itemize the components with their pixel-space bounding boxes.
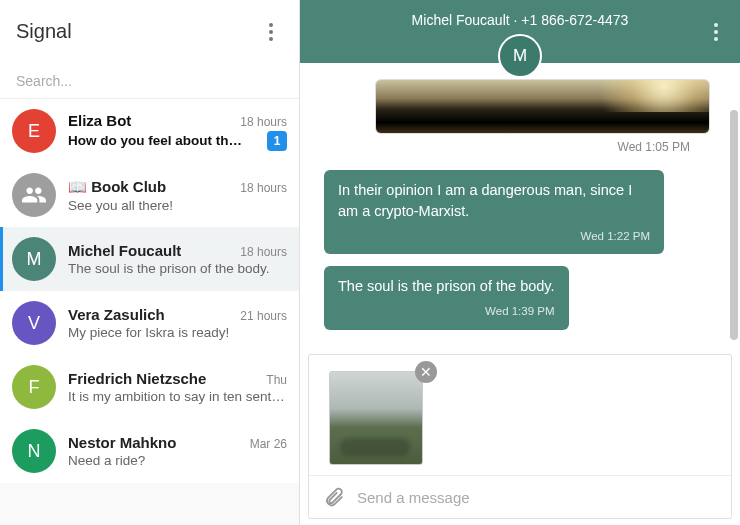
conversation-name: Friedrich Nietzsche [68, 370, 206, 387]
avatar: V [12, 301, 56, 345]
search-box[interactable] [0, 63, 299, 99]
conversation-time: 21 hours [240, 309, 287, 323]
conversation-name: Nestor Mahkno [68, 434, 176, 451]
conversation-time: 18 hours [240, 181, 287, 195]
message-text: The soul is the prison of the body. [338, 278, 555, 294]
chat-header: Michel Foucault · +1 866-672-4473 M [300, 0, 740, 63]
message-text: In their opinion I am a dangerous man, s… [338, 182, 632, 219]
more-options-icon[interactable] [259, 20, 283, 44]
conversation-item[interactable]: EEliza Bot18 hoursHow do you feel about … [0, 99, 299, 163]
conversation-time: 18 hours [240, 245, 287, 259]
outgoing-message[interactable]: In their opinion I am a dangerous man, s… [324, 170, 664, 255]
conversation-name: Eliza Bot [68, 112, 131, 129]
attachment-thumbnail[interactable] [329, 371, 423, 465]
unread-badge: 1 [267, 131, 287, 151]
conversation-item[interactable]: 📖 Book Club18 hoursSee you all there! [0, 163, 299, 227]
attachment-preview: ✕ [309, 355, 731, 475]
chat-pane: Michel Foucault · +1 866-672-4473 M Wed … [300, 0, 740, 525]
conversation-preview: Need a ride? [68, 453, 145, 468]
conversation-preview: How do you feel about th… [68, 133, 242, 148]
conversation-name: Michel Foucault [68, 242, 181, 259]
chat-more-options-icon[interactable] [704, 20, 728, 44]
message-input[interactable] [357, 489, 717, 506]
composer-input-row [309, 475, 731, 518]
scrollbar-thumb[interactable] [730, 110, 738, 340]
sidebar: Signal EEliza Bot18 hoursHow do you feel… [0, 0, 300, 525]
header-avatar[interactable]: M [498, 34, 542, 78]
remove-attachment-button[interactable]: ✕ [415, 361, 437, 383]
outgoing-message[interactable]: The soul is the prison of the body. Wed … [324, 266, 569, 330]
message-timestamp: Wed 1:39 PM [338, 303, 555, 320]
conversation-item[interactable]: VVera Zasulich21 hoursMy piece for Iskra… [0, 291, 299, 355]
avatar: M [12, 237, 56, 281]
scrollbar[interactable] [730, 110, 738, 370]
search-input[interactable] [16, 73, 283, 89]
chat-title: Michel Foucault · +1 866-672-4473 [412, 12, 629, 28]
sidebar-header: Signal [0, 0, 299, 63]
attach-icon[interactable] [323, 486, 345, 508]
conversation-time: Mar 26 [250, 437, 287, 451]
app-title: Signal [16, 20, 72, 43]
conversation-preview: It is my ambition to say in ten sent… [68, 389, 285, 404]
conversation-item[interactable]: MMichel Foucault18 hoursThe soul is the … [0, 227, 299, 291]
conversation-item[interactable]: FFriedrich NietzscheThuIt is my ambition… [0, 355, 299, 419]
conversation-preview: See you all there! [68, 198, 173, 213]
message-list[interactable]: Wed 1:05 PM In their opinion I am a dang… [300, 63, 740, 354]
conversation-name: 📖 Book Club [68, 178, 166, 196]
conversation-preview: My piece for Iskra is ready! [68, 325, 229, 340]
close-icon: ✕ [420, 364, 432, 380]
conversation-preview: The soul is the prison of the body. [68, 261, 270, 276]
incoming-photo-message[interactable] [375, 79, 710, 134]
composer: ✕ [308, 354, 732, 519]
conversation-time: Thu [266, 373, 287, 387]
message-timestamp: Wed 1:22 PM [338, 228, 650, 245]
message-timestamp: Wed 1:05 PM [618, 140, 690, 154]
group-avatar-icon [12, 173, 56, 217]
conversation-time: 18 hours [240, 115, 287, 129]
avatar: F [12, 365, 56, 409]
avatar: E [12, 109, 56, 153]
conversation-list[interactable]: EEliza Bot18 hoursHow do you feel about … [0, 99, 299, 525]
avatar: N [12, 429, 56, 473]
conversation-item[interactable]: NNestor MahknoMar 26Need a ride? [0, 419, 299, 483]
conversation-name: Vera Zasulich [68, 306, 165, 323]
